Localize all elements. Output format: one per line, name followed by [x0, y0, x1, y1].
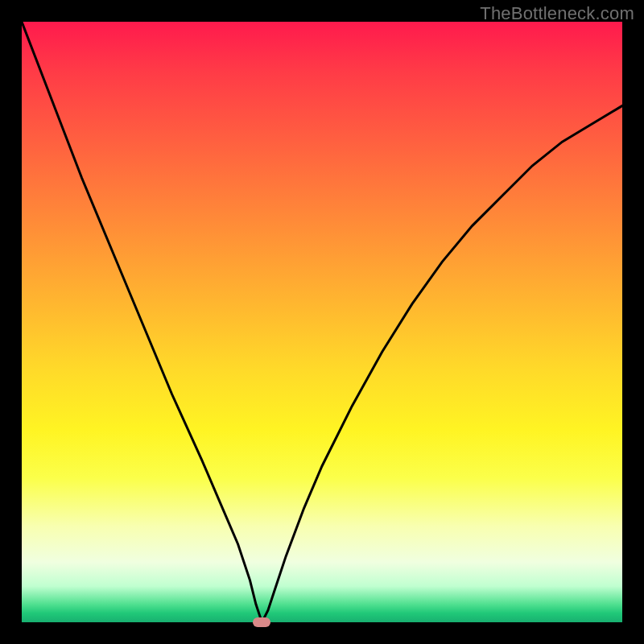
- minimum-marker: [253, 617, 270, 627]
- bottleneck-curve: [22, 22, 622, 622]
- chart-frame: TheBottleneck.com: [0, 0, 644, 644]
- curve-path: [22, 22, 622, 622]
- plot-area: [22, 22, 622, 622]
